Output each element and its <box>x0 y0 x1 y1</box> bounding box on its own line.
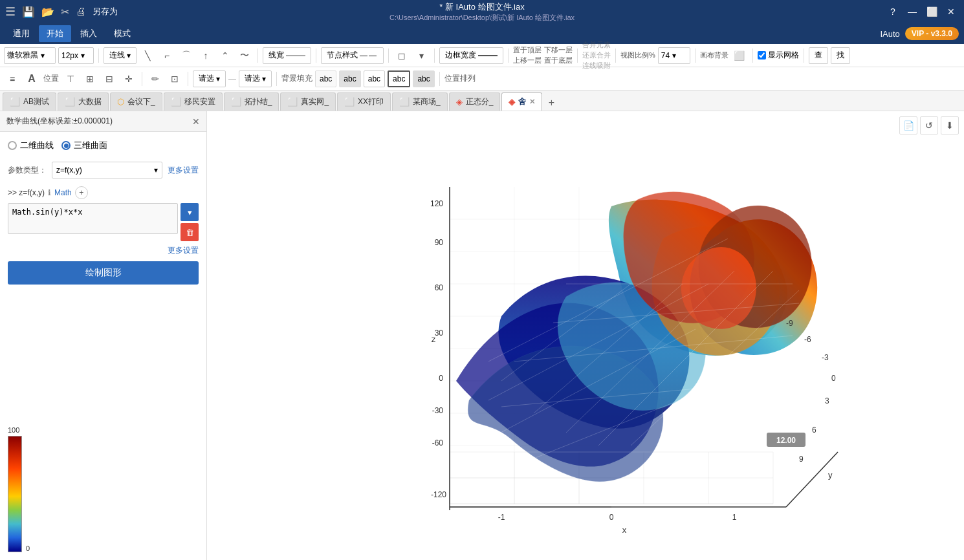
text-style-4[interactable]: abc <box>388 70 410 87</box>
save-as-label[interactable]: 另存为 <box>93 6 118 17</box>
tab-bigdata[interactable]: ⬜ 大数据 <box>58 92 109 111</box>
canvas-refresh-btn[interactable]: ↺ <box>920 116 938 135</box>
canvas-doc-btn[interactable]: 📄 <box>899 116 917 135</box>
close-active-tab[interactable]: ✕ <box>529 98 535 106</box>
cross-arrows[interactable]: ✛ <box>120 70 137 87</box>
line-shape-4[interactable]: ↑ <box>197 47 214 64</box>
more-settings-link[interactable]: 更多设置 <box>168 165 199 176</box>
layer-up[interactable]: 上移一层 <box>513 56 542 65</box>
view-scale-label: 视图比例% <box>620 50 655 60</box>
grid-checkbox[interactable] <box>758 51 766 59</box>
radio-2d[interactable]: 二维曲线 <box>8 140 54 151</box>
text-style-3[interactable]: abc <box>364 70 385 87</box>
menu-tongyong[interactable]: 通用 <box>5 25 38 42</box>
tab-realnet[interactable]: ⬜ 真实网_ <box>280 92 336 111</box>
merge-elements[interactable]: 合并元素 <box>582 40 611 50</box>
formula-actions: ▾ 🗑 <box>181 203 199 241</box>
cut-icon[interactable]: ✂ <box>61 6 69 18</box>
line-snap[interactable]: 连线吸附 <box>582 61 611 70</box>
tab-meeting-icon: ⬡ <box>117 97 124 107</box>
sep-r2 <box>188 72 188 86</box>
restore-merge[interactable]: 还原合并 <box>582 50 611 60</box>
layer-down[interactable]: 下移一层 <box>544 45 573 55</box>
tab-normal[interactable]: ◈ 正态分_ <box>449 92 501 111</box>
param-select[interactable]: z=f(x,y) ▾ <box>52 162 162 178</box>
add-formula-btn[interactable]: + <box>75 186 88 199</box>
open-icon[interactable]: 📂 <box>41 6 54 18</box>
math-link[interactable]: Math <box>54 188 72 197</box>
align-left[interactable]: ≡ <box>4 70 21 87</box>
line-width-btn[interactable]: 线宽 <box>263 47 311 64</box>
search-btn-2[interactable]: 找 <box>831 47 850 64</box>
maximize-btn[interactable]: ⬜ <box>924 4 939 19</box>
select-2[interactable]: 请选 ▾ <box>239 70 272 87</box>
help-btn[interactable]: ? <box>885 4 901 19</box>
text-style-2[interactable]: abc <box>339 70 360 87</box>
formula-delete-btn[interactable]: 🗑 <box>181 223 199 241</box>
canvas-area: 📄 ↺ ⬇ <box>207 111 964 560</box>
align-icon-2[interactable]: ⊞ <box>82 70 98 87</box>
tab-ab[interactable]: ⬜ AB测试 <box>3 92 56 111</box>
menu-charu[interactable]: 插入 <box>72 25 105 42</box>
tab-migration-label: 移民安置 <box>184 96 215 107</box>
svg-text:0: 0 <box>439 374 443 383</box>
node-style-btn[interactable]: 节点样式 —— <box>321 47 384 64</box>
select-1[interactable]: 请选 ▾ <box>193 70 226 87</box>
formula-more-settings[interactable]: 更多设置 <box>168 246 199 255</box>
minimize-btn[interactable]: — <box>904 4 920 19</box>
tab-meeting[interactable]: ⬡ 会议下_ <box>110 92 162 111</box>
title-bar-icons: ☰ 💾 📂 ✂ 🖨 另存为 <box>5 5 118 19</box>
fontsize-select[interactable]: 12px ▾ <box>58 47 94 64</box>
info-icon[interactable]: ℹ <box>48 188 51 197</box>
tab-migration[interactable]: ⬜ 移民安置 <box>164 92 223 111</box>
save-icon[interactable]: 💾 <box>22 6 35 18</box>
menu-moshi[interactable]: 模式 <box>106 25 138 42</box>
edit-icon-2[interactable]: ⊡ <box>166 70 183 87</box>
print-icon[interactable]: 🖨 <box>76 6 86 17</box>
search-btn-1[interactable]: 查 <box>809 47 828 64</box>
sep9 <box>695 48 696 63</box>
show-grid-check[interactable]: 显示网格 <box>758 50 799 61</box>
formula-textarea[interactable]: Math.sin(y)*x*x <box>8 203 178 234</box>
text-style-5[interactable]: abc <box>413 70 434 87</box>
formula-dropdown-btn[interactable]: ▾ <box>181 203 199 221</box>
border-width-btn[interactable]: 边框宽度 <box>439 47 503 64</box>
canvas-download-btn[interactable]: ⬇ <box>941 116 959 135</box>
tab-topology[interactable]: ⬜ 拓扑结_ <box>224 92 279 111</box>
draw-btn[interactable]: 绘制图形 <box>8 261 199 285</box>
title-bar-title: * 新 IAuto 绘图文件.iax C:\Users\Administrato… <box>389 1 575 23</box>
arrow-btn-2[interactable]: ▾ <box>413 47 430 64</box>
scale-select[interactable]: 74 ▾ <box>658 47 690 64</box>
align-icon-1[interactable]: ⊤ <box>62 70 79 87</box>
main-layout: 数学曲线(坐标误差:±0.000001) ✕ 二维曲线 三维曲面 参数类型： z… <box>0 111 964 560</box>
line-shape-6[interactable]: 〜 <box>236 47 253 64</box>
color-bar-wrap: 0 <box>8 436 30 552</box>
tooltip-2-value: 12.00 <box>776 436 796 445</box>
add-tab-btn[interactable]: + <box>543 95 559 111</box>
line-shape-2[interactable]: ⌐ <box>159 47 175 64</box>
line-type-btn[interactable]: 连线 ▾ <box>104 47 137 64</box>
merge-ops: 合并元素 还原合并 连线吸附 <box>582 40 611 70</box>
close-btn[interactable]: ✕ <box>943 4 959 19</box>
line-shape-3[interactable]: ⌒ <box>178 47 195 64</box>
panel-close-btn[interactable]: ✕ <box>192 116 200 127</box>
pos-btn[interactable]: 位置 <box>43 70 60 87</box>
radio-3d[interactable]: 三维曲面 <box>61 140 107 151</box>
line-shape-1[interactable]: ╲ <box>139 47 156 64</box>
layer-top[interactable]: 置于顶层 <box>513 45 542 55</box>
menu-kaishi[interactable]: 开始 <box>39 25 71 42</box>
sel-arrow1: ▾ <box>216 74 220 83</box>
arrow-btn-1[interactable]: ◻ <box>393 47 410 64</box>
edit-icon-1[interactable]: ✏ <box>147 70 164 87</box>
text-style-1[interactable]: abc <box>315 70 336 87</box>
canvas-bg-icon[interactable]: ⬜ <box>731 47 748 64</box>
tab-xxprint[interactable]: ⬜ XX打印 <box>337 92 391 111</box>
tab-shop[interactable]: ⬜ 某商场_ <box>392 92 448 111</box>
align-icon-3[interactable]: ⊟ <box>101 70 118 87</box>
color-bar <box>8 436 22 552</box>
text-format[interactable]: A <box>23 70 40 87</box>
line-shape-5[interactable]: ⌃ <box>217 47 234 64</box>
tab-active[interactable]: ◈ 舍 ✕ <box>501 92 542 111</box>
layer-bottom[interactable]: 置于底层 <box>544 56 573 65</box>
font-select[interactable]: 微软雅黑 ▾ <box>4 47 56 64</box>
